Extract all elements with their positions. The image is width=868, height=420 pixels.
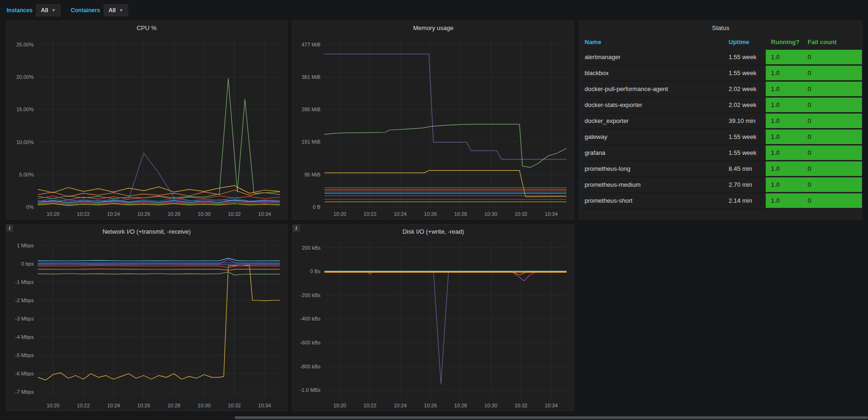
column-header-fail-count[interactable]: Fail count [803,34,862,50]
status-table-row: docker-stats-exporter2.02 week1.00 [579,97,862,113]
svg-text:10:22: 10:22 [77,211,90,217]
info-icon[interactable]: i [6,225,13,232]
status-fail-count-cell: 0 [803,65,862,81]
svg-text:10:30: 10:30 [484,403,497,408]
svg-text:-6 Mbps: -6 Mbps [15,371,34,376]
info-icon[interactable]: i [293,225,300,232]
svg-text:0 bps: 0 bps [21,261,34,267]
status-name: blackbox [579,65,723,81]
status-running-cell: 1.0 [766,145,802,161]
column-header-name[interactable]: Name [579,34,723,50]
status-running-cell: 1.0 [766,50,802,65]
status-fail-count-cell: 0 [803,50,862,65]
status-table: NameUptimeRunning?Fail count alertmanage… [579,34,862,209]
svg-text:20.00%: 20.00% [16,74,34,80]
svg-text:0 B: 0 B [312,204,320,210]
svg-text:191 MiB: 191 MiB [302,139,320,145]
svg-text:10:30: 10:30 [198,403,211,408]
status-fail-count-cell: 0 [803,81,862,97]
status-running-cell: 1.0 [766,97,802,113]
status-name: alertmanager [579,50,723,65]
network-io-chart[interactable]: 10:2010:2210:2410:2610:2810:3010:3210:34… [6,238,287,411]
horizontal-scrollbar-thumb[interactable] [235,416,868,419]
status-running-cell: 1.0 [766,113,802,129]
svg-text:0 Bs: 0 Bs [310,268,321,274]
status-name: docker-pull-performance-agent [579,81,723,97]
svg-text:10:24: 10:24 [394,211,407,217]
status-running-cell: 1.0 [766,161,802,177]
svg-text:10:34: 10:34 [545,403,558,408]
svg-text:381 MiB: 381 MiB [302,74,320,80]
status-running-cell: 1.0 [766,81,802,97]
svg-text:-4 Mbps: -4 Mbps [15,334,34,340]
variable-containers: Containers All ▼ [71,4,128,16]
panel-header-status: Status [579,21,862,34]
panel-network: i Network I/O (+transmit, -receive) 10:2… [6,224,288,411]
panel-disk: i Disk I/O (+write, -read) 10:2010:2210:… [292,224,574,411]
containers-dropdown-value: All [108,7,115,14]
status-table-row: prometheus-long8.45 min1.00 [579,161,862,177]
status-name: grafana [579,145,723,161]
panel-header-disk: Disk I/O (+write, -read) [293,225,574,238]
status-uptime-cell: 1.55 week [723,50,766,65]
svg-text:10:26: 10:26 [137,211,151,217]
svg-text:10:22: 10:22 [364,403,377,408]
svg-text:5.00%: 5.00% [19,172,34,177]
svg-text:-7 Mbps: -7 Mbps [15,389,34,395]
svg-text:477 MiB: 477 MiB [302,42,320,47]
column-header-uptime[interactable]: Uptime [723,34,766,50]
status-uptime-cell: 39.10 min [723,113,766,129]
svg-text:10:34: 10:34 [258,403,271,408]
status-table-header-row: NameUptimeRunning?Fail count [579,34,862,50]
status-uptime-cell: 2.14 min [723,193,766,209]
svg-text:10:28: 10:28 [168,211,181,217]
instances-dropdown[interactable]: All ▼ [36,4,60,16]
svg-text:10:20: 10:20 [46,211,60,217]
svg-text:10:24: 10:24 [394,403,407,408]
status-table-row: grafana1.55 week1.00 [579,145,862,161]
svg-text:10:32: 10:32 [228,211,241,217]
status-uptime-cell: 2.02 week [723,81,766,97]
status-running-cell: 1.0 [766,65,802,81]
svg-text:-1 Mbps: -1 Mbps [15,279,34,285]
status-name: prometheus-long [579,161,723,177]
svg-text:10:32: 10:32 [228,403,241,408]
panel-title-memory[interactable]: Memory usage [413,24,454,31]
svg-text:10:32: 10:32 [515,211,528,217]
status-name: docker_exporter [579,113,723,129]
panel-title-status[interactable]: Status [712,24,730,31]
status-name: docker-stats-exporter [579,97,723,113]
status-fail-count-cell: 0 [803,145,862,161]
svg-text:286 MiB: 286 MiB [302,107,320,112]
svg-text:10:34: 10:34 [258,211,271,217]
containers-dropdown[interactable]: All ▼ [104,4,128,16]
svg-text:10:26: 10:26 [137,403,151,408]
status-name: gateway [579,129,723,145]
status-uptime-cell: 1.55 week [723,65,766,81]
column-header-running-[interactable]: Running? [766,34,802,50]
panel-header-cpu: CPU % [6,21,287,34]
panel-title-network[interactable]: Network I/O (+transmit, -receive) [102,228,190,235]
chevron-down-icon: ▼ [119,8,123,13]
instances-dropdown-value: All [41,7,48,14]
svg-text:10.00%: 10.00% [16,139,34,145]
status-table-row: gateway1.55 week1.00 [579,129,862,145]
svg-text:-5 Mbps: -5 Mbps [15,352,34,358]
status-uptime-cell: 1.55 week [723,129,766,145]
status-table-row: docker_exporter39.10 min1.00 [579,113,862,129]
svg-text:-1.0 MBs: -1.0 MBs [300,387,321,393]
panel-header-memory: Memory usage [293,21,574,34]
status-table-row: blackbox1.55 week1.00 [579,65,862,81]
panel-title-disk[interactable]: Disk I/O (+write, -read) [403,228,464,235]
svg-text:10:26: 10:26 [424,403,437,408]
grafana-dashboard: Instances All ▼ Containers All ▼ CPU % 1… [0,0,868,420]
status-fail-count-cell: 0 [803,177,862,193]
panel-grid: CPU % 10:2010:2210:2410:2610:2810:3010:3… [0,21,868,411]
svg-text:1 Mbps: 1 Mbps [17,243,34,248]
svg-text:10:28: 10:28 [168,403,181,408]
memory-chart[interactable]: 10:2010:2210:2410:2610:2810:3010:3210:34… [293,34,574,219]
svg-text:10:20: 10:20 [333,403,346,408]
panel-title-cpu[interactable]: CPU % [137,24,157,31]
disk-io-chart[interactable]: 10:2010:2210:2410:2610:2810:3010:3210:34… [293,238,574,411]
cpu-chart[interactable]: 10:2010:2210:2410:2610:2810:3010:3210:34… [6,34,287,219]
